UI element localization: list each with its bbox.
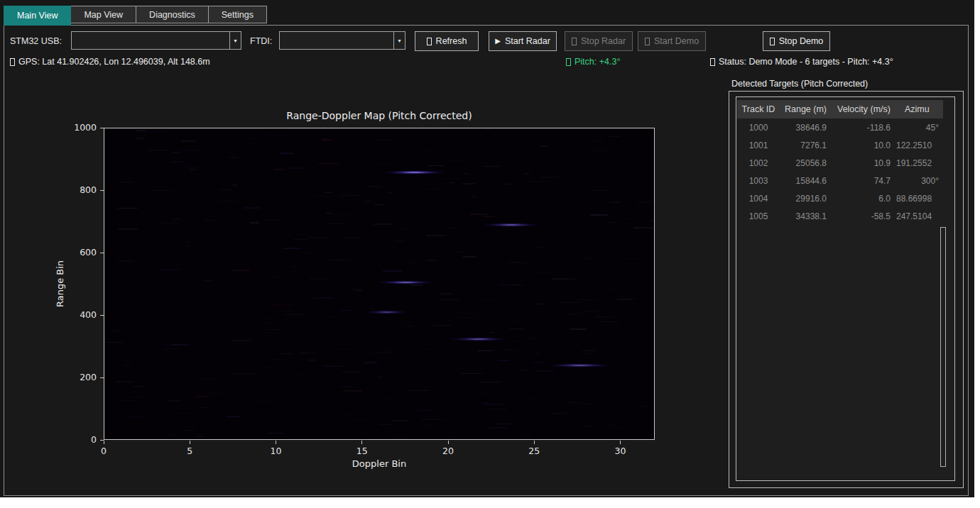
noise-speck bbox=[440, 299, 459, 300]
noise-speck bbox=[426, 189, 439, 189]
y-tick-label: 600 bbox=[54, 247, 97, 258]
noise-speck bbox=[524, 255, 530, 256]
noise-speck bbox=[401, 228, 411, 229]
noise-speck bbox=[597, 199, 606, 199]
table-row[interactable]: 100038646.9-118.645° bbox=[737, 118, 943, 136]
noise-speck bbox=[583, 350, 597, 351]
x-tick-label: 25 bbox=[513, 446, 555, 456]
noise-speck bbox=[335, 349, 353, 350]
noise-speck bbox=[477, 350, 495, 351]
table-row[interactable]: 100534338.1-58.5247.5104 bbox=[737, 207, 943, 225]
table-row[interactable]: 100429916.06.088.66998 bbox=[737, 189, 943, 207]
noise-speck bbox=[395, 408, 405, 409]
chevron-down-icon[interactable]: ▼ bbox=[393, 32, 405, 49]
noise-speck bbox=[486, 373, 494, 374]
x-tick-mark bbox=[448, 441, 449, 444]
x-tick-label: 15 bbox=[341, 446, 383, 456]
noise-speck bbox=[131, 358, 138, 359]
noise-speck bbox=[189, 260, 197, 261]
table-row[interactable]: 100315844.674.7300° bbox=[737, 172, 943, 189]
noise-speck bbox=[379, 424, 393, 425]
app-window: Main ViewMap ViewDiagnosticsSettings STM… bbox=[0, 0, 974, 497]
noise-speck bbox=[566, 279, 576, 280]
noise-speck bbox=[484, 404, 504, 405]
table-cell: -58.5 bbox=[831, 207, 895, 225]
noise-speck bbox=[347, 154, 358, 155]
noise-speck bbox=[190, 169, 196, 170]
noise-speck bbox=[397, 323, 413, 324]
y-tick-label: 400 bbox=[54, 309, 97, 320]
noise-speck bbox=[487, 427, 507, 429]
noise-speck bbox=[418, 409, 433, 411]
stm32-usb-combobox[interactable]: ▼ bbox=[71, 31, 241, 50]
noise-speck bbox=[118, 228, 138, 230]
noise-speck bbox=[316, 358, 328, 358]
noise-speck bbox=[592, 388, 606, 389]
noise-speck bbox=[378, 148, 388, 148]
table-row[interactable]: 10017276.110.0122.2510 bbox=[737, 136, 943, 154]
noise-speck bbox=[532, 247, 543, 248]
noise-speck bbox=[375, 204, 382, 205]
tab-main-view[interactable]: Main View bbox=[4, 6, 71, 26]
chevron-down-icon[interactable]: ▼ bbox=[229, 32, 241, 49]
noise-speck bbox=[283, 248, 302, 249]
noise-speck bbox=[324, 365, 343, 367]
range-doppler-plot[interactable] bbox=[104, 128, 655, 440]
tab-settings[interactable]: Settings bbox=[209, 6, 267, 23]
noise-speck bbox=[237, 316, 244, 317]
table-cell: 1004 bbox=[737, 189, 780, 207]
tab-diagnostics[interactable]: Diagnostics bbox=[136, 6, 209, 23]
column-header-azimu[interactable]: Azimu bbox=[895, 100, 943, 118]
noise-speck bbox=[427, 260, 437, 261]
pitch-indicator: Pitch: +4.3° bbox=[566, 57, 620, 67]
noise-speck bbox=[377, 377, 383, 377]
noise-speck bbox=[489, 409, 507, 409]
y-tick-label: 800 bbox=[54, 184, 97, 195]
noise-speck bbox=[152, 308, 160, 309]
noise-speck bbox=[342, 193, 352, 194]
table-row[interactable]: 100225056.810.9191.2552 bbox=[737, 154, 943, 172]
start-radar-button-label: Start Radar bbox=[505, 36, 550, 46]
noise-speck bbox=[530, 178, 535, 179]
table-vertical-scrollbar[interactable] bbox=[940, 227, 946, 467]
noise-speck bbox=[498, 360, 510, 361]
stop-radar-button: Stop Radar bbox=[565, 31, 633, 51]
noise-speck bbox=[391, 438, 408, 439]
target-streak-0 bbox=[382, 170, 447, 175]
noise-speck bbox=[344, 390, 362, 392]
noise-speck bbox=[536, 370, 554, 372]
noise-speck bbox=[522, 235, 528, 236]
column-header-range-m[interactable]: Range (m) bbox=[780, 100, 831, 118]
noise-speck bbox=[470, 197, 477, 197]
table-cell: 10.0 bbox=[831, 136, 895, 154]
noise-speck bbox=[287, 167, 307, 169]
noise-speck bbox=[263, 220, 280, 221]
noise-speck bbox=[592, 140, 603, 141]
noise-speck bbox=[455, 233, 469, 233]
noise-speck bbox=[342, 372, 359, 372]
table-cell: 38646.9 bbox=[780, 118, 831, 136]
noise-speck bbox=[640, 406, 646, 407]
noise-speck bbox=[408, 262, 418, 263]
demo-status: Status: Demo Mode - 6 targets - Pitch: +… bbox=[710, 57, 893, 67]
noise-speck bbox=[595, 316, 614, 317]
start-radar-icon: ▶ bbox=[495, 38, 501, 45]
column-header-velocity-m-s[interactable]: Velocity (m/s) bbox=[831, 100, 895, 118]
ftdi-combobox[interactable]: ▼ bbox=[279, 31, 405, 50]
noise-speck bbox=[281, 153, 293, 154]
x-axis-label: Doppler Bin bbox=[104, 458, 655, 469]
x-tick-mark bbox=[620, 441, 621, 444]
noise-speck bbox=[364, 362, 377, 363]
noise-speck bbox=[332, 214, 352, 215]
stop-demo-button[interactable]: Stop Demo bbox=[763, 31, 830, 51]
start-demo-icon bbox=[645, 38, 650, 45]
column-header-track-id[interactable]: Track ID bbox=[737, 100, 780, 118]
refresh-button[interactable]: Refresh bbox=[415, 31, 479, 51]
status-icon bbox=[710, 58, 715, 66]
start-radar-button[interactable]: ▶Start Radar bbox=[489, 31, 557, 51]
noise-speck bbox=[537, 304, 545, 304]
tab-map-view[interactable]: Map View bbox=[71, 6, 136, 23]
noise-speck bbox=[545, 189, 550, 189]
noise-speck bbox=[449, 182, 454, 183]
noise-speck bbox=[136, 130, 146, 131]
